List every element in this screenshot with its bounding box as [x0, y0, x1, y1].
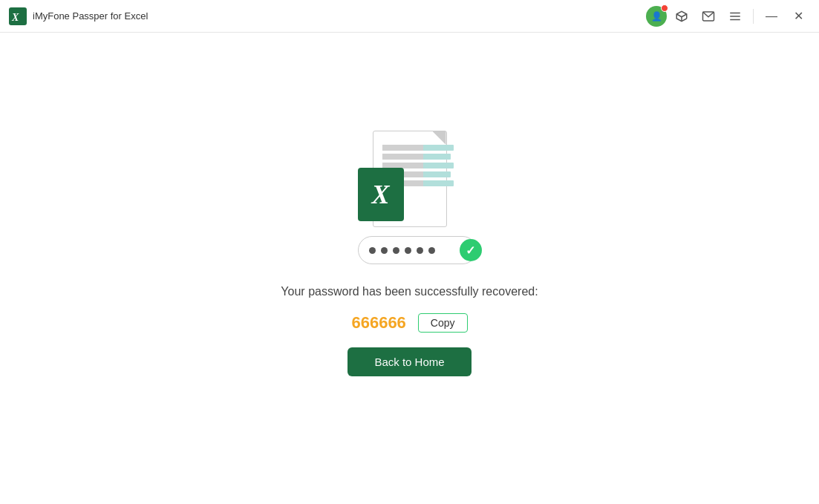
title-bar-left: X iMyFone Passper for Excel — [9, 7, 148, 25]
doc-line-2 — [418, 154, 451, 160]
excel-icon-box: X — [358, 168, 404, 221]
excel-illustration: X ✓ — [350, 131, 469, 264]
document-lines — [418, 145, 457, 189]
app-title: iMyFone Passper for Excel — [33, 10, 148, 22]
svg-text:X: X — [11, 12, 19, 23]
dot-1 — [369, 247, 376, 254]
back-to-home-button[interactable]: Back to Home — [347, 347, 471, 376]
title-bar-right: 👤 — — [646, 4, 810, 28]
app-icon: X — [9, 7, 27, 25]
avatar-badge — [661, 4, 668, 12]
avatar-icon: 👤 — [651, 11, 662, 22]
title-bar: X iMyFone Passper for Excel 👤 — [0, 0, 819, 33]
copy-button[interactable]: Copy — [418, 313, 468, 333]
mail-icon — [702, 10, 715, 23]
password-value: 666666 — [351, 313, 405, 333]
svg-line-2 — [676, 14, 682, 17]
main-content: X ✓ Your password has been successfully … — [0, 33, 819, 504]
svg-line-4 — [682, 14, 687, 17]
dot-2 — [381, 247, 388, 254]
dot-4 — [405, 247, 411, 254]
menu-icon — [728, 10, 742, 23]
password-dots-bar: ✓ — [358, 236, 477, 264]
dot-3 — [393, 247, 399, 254]
minimize-button[interactable]: — — [760, 4, 783, 28]
password-row: 666666 Copy — [351, 313, 467, 333]
cube-icon-button[interactable] — [670, 4, 694, 28]
cube-icon — [675, 10, 688, 23]
check-circle-icon: ✓ — [460, 239, 482, 261]
close-button[interactable]: ✕ — [786, 4, 810, 28]
title-bar-separator — [753, 9, 754, 24]
doc-line-5 — [418, 180, 454, 186]
avatar-button[interactable]: 👤 — [646, 6, 667, 27]
doc-line-4 — [418, 171, 451, 177]
doc-line-3 — [418, 163, 454, 168]
dot-5 — [417, 247, 423, 254]
success-message: Your password has been successfully reco… — [281, 285, 538, 298]
dot-6 — [428, 247, 435, 254]
menu-icon-button[interactable] — [723, 4, 747, 28]
mail-icon-button[interactable] — [696, 4, 720, 28]
doc-line-1 — [418, 145, 454, 151]
excel-x-letter: X — [371, 179, 389, 210]
